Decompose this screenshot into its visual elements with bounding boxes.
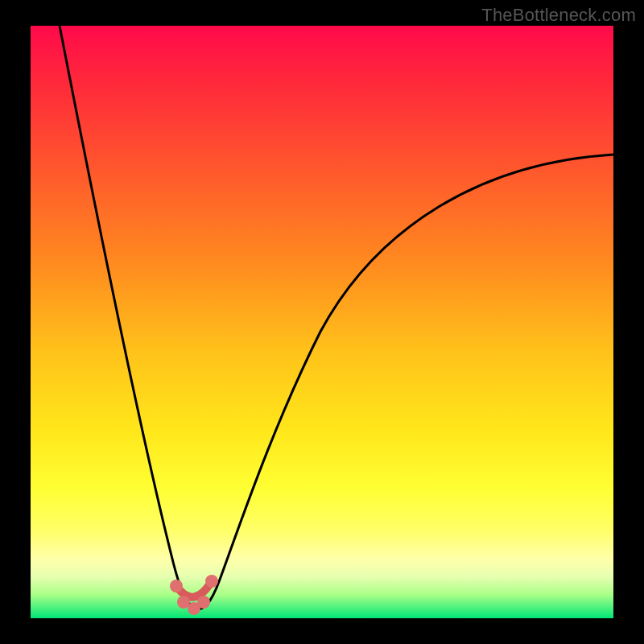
curve-svg: [31, 26, 613, 618]
trough-marker: [170, 580, 183, 592]
watermark-text: TheBottleneck.com: [481, 5, 636, 26]
trough-marker: [197, 596, 210, 609]
plot-area: [31, 26, 613, 618]
bottleneck-curve: [60, 26, 613, 609]
chart-frame: TheBottleneck.com: [0, 0, 644, 644]
trough-marker: [205, 575, 218, 588]
